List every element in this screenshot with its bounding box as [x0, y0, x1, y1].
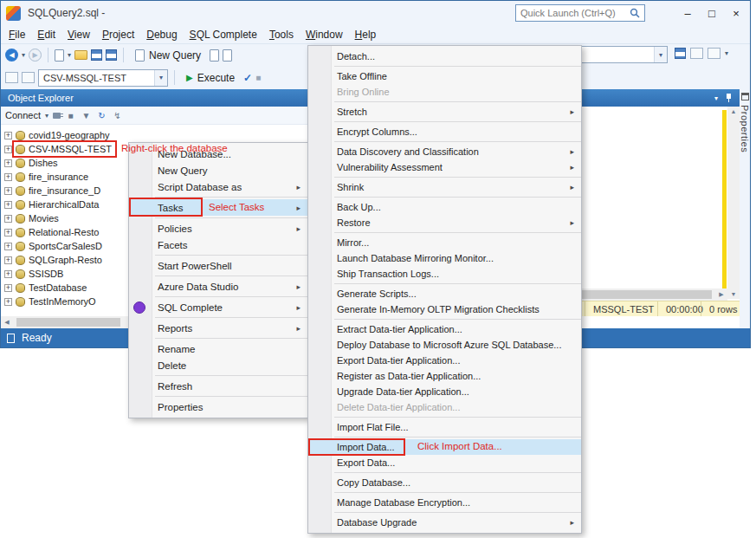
menu-item-azure-data-studio[interactable]: Azure Data Studio▸ — [129, 278, 307, 295]
menu-item-generate-scripts[interactable]: Generate Scripts... — [308, 286, 581, 301]
menu-item-delete[interactable]: Delete — [129, 357, 307, 373]
expand-icon[interactable]: + — [4, 284, 12, 292]
parse-check-icon[interactable]: ✓ — [243, 72, 252, 84]
open-file-icon[interactable] — [74, 50, 87, 60]
menu-item-detach[interactable]: Detach... — [308, 49, 581, 64]
expand-icon[interactable]: + — [4, 243, 12, 250]
maximize-button[interactable]: □ — [700, 1, 724, 25]
menu-item-vulnerability-assessment[interactable]: Vulnerability Assessment▸ — [308, 159, 581, 175]
expand-icon[interactable]: + — [4, 159, 12, 167]
menu-item-export-data[interactable]: Export Data... — [308, 455, 581, 470]
scroll-left-icon[interactable]: ◀ — [1, 319, 13, 326]
menu-window[interactable]: Window — [300, 27, 349, 42]
menu-item-ship-transaction-logs[interactable]: Ship Transaction Logs... — [308, 266, 581, 282]
quick-launch-input[interactable]: Quick Launch (Ctrl+Q) — [515, 4, 645, 22]
expand-icon[interactable]: + — [4, 215, 12, 223]
expand-icon[interactable]: + — [4, 201, 12, 209]
navigate-back-dropdown-icon[interactable]: ▾ — [22, 51, 25, 59]
menu-item-back-up[interactable]: Back Up... — [308, 199, 581, 215]
connect-dropdown-icon[interactable]: ▾ — [45, 112, 48, 120]
menu-item-import-flat-file[interactable]: Import Flat File... — [308, 419, 581, 435]
menu-item-new-query[interactable]: New Query — [129, 162, 307, 178]
toolbar-overflow-icon[interactable]: ▾ — [725, 49, 728, 57]
menu-item-take-offline[interactable]: Take Offline — [308, 68, 581, 84]
save-icon[interactable] — [91, 49, 102, 61]
analysis-query-icon[interactable] — [223, 49, 232, 62]
expand-icon[interactable]: + — [4, 229, 12, 237]
scroll-right-icon[interactable]: ▶ — [715, 291, 727, 298]
menu-item-deploy-to-azure[interactable]: Deploy Database to Microsoft Azure SQL D… — [308, 337, 581, 353]
menu-item-rename[interactable]: Rename — [129, 340, 307, 357]
pin-icon[interactable] — [725, 94, 733, 102]
new-query-button[interactable]: New Query — [130, 48, 206, 63]
available-databases-combo[interactable]: CSV-MSSQL-TEST ▾ — [38, 69, 168, 87]
menu-item-policies[interactable]: Policies▸ — [129, 220, 307, 237]
scroll-up-icon[interactable]: ▲ — [731, 108, 737, 114]
menu-item-import-data[interactable]: Import Data... Click Import Data... — [308, 439, 581, 455]
menu-item-manage-database-encryption[interactable]: Manage Database Encryption... — [308, 495, 581, 510]
available-databases-dropdown-icon[interactable]: ▾ — [154, 70, 167, 86]
menu-item-extract-data-tier[interactable]: Extract Data-tier Application... — [308, 321, 581, 337]
menu-item-stretch[interactable]: Stretch▸ — [308, 104, 581, 120]
toolbar-extra-icon-2[interactable] — [690, 48, 703, 59]
navigate-back-icon[interactable]: ◀ — [5, 49, 18, 62]
menu-debug[interactable]: Debug — [140, 27, 183, 42]
new-file-dropdown-icon[interactable]: ▾ — [68, 51, 71, 59]
menu-tools[interactable]: Tools — [263, 27, 300, 42]
stop-icon[interactable]: ■ — [65, 111, 76, 120]
database-engine-query-icon[interactable] — [210, 49, 219, 62]
menu-item-register-data-tier[interactable]: Register as Data-tier Application... — [308, 368, 581, 384]
script-icon[interactable]: ↯ — [112, 111, 123, 120]
execute-button[interactable]: ▶ Execute — [181, 70, 240, 86]
cancel-query-icon[interactable]: ■ — [255, 73, 261, 82]
scroll-down-icon[interactable]: ▼ — [731, 291, 737, 297]
menu-item-properties[interactable]: Properties — [129, 399, 307, 415]
window-position-icon[interactable]: ▾ — [714, 94, 718, 102]
expand-icon[interactable]: + — [4, 132, 12, 139]
save-all-icon[interactable] — [106, 49, 117, 61]
menu-item-refresh[interactable]: Refresh — [129, 378, 307, 394]
menu-file[interactable]: File — [3, 27, 31, 42]
filter-icon[interactable]: ▼ — [81, 111, 92, 120]
change-connection-icon[interactable] — [22, 72, 35, 83]
menu-item-mirror[interactable]: Mirror... — [308, 235, 581, 250]
toolbar-extra-icon-3[interactable] — [708, 48, 720, 59]
toolbar-combo-dropdown-icon[interactable]: ▾ — [654, 47, 667, 62]
menu-help[interactable]: Help — [349, 27, 383, 42]
menu-item-generate-inmemory-checklists[interactable]: Generate In-Memory OLTP Migration Checkl… — [308, 301, 581, 317]
menu-item-launch-mirroring-monitor[interactable]: Launch Database Mirroring Monitor... — [308, 250, 581, 266]
toolbar-combo[interactable]: ▾ — [576, 46, 668, 63]
menu-view[interactable]: View — [61, 27, 96, 42]
menu-item-tasks[interactable]: Tasks ▸ Select Tasks — [129, 199, 307, 216]
connect-button[interactable]: Connect — [5, 110, 41, 120]
menu-item-export-data-tier[interactable]: Export Data-tier Application... — [308, 353, 581, 368]
menu-edit[interactable]: Edit — [31, 27, 61, 42]
menu-item-restore[interactable]: Restore▸ — [308, 215, 581, 230]
menu-item-database-upgrade[interactable]: Database Upgrade▸ — [308, 515, 581, 530]
expand-icon[interactable]: + — [4, 270, 12, 278]
menu-item-sql-complete[interactable]: SQL Complete▸ — [129, 299, 307, 315]
minimize-button[interactable]: – — [675, 1, 700, 25]
menu-item-upgrade-data-tier[interactable]: Upgrade Data-tier Application... — [308, 384, 581, 399]
menu-item-encrypt-columns[interactable]: Encrypt Columns... — [308, 124, 581, 139]
menu-item-data-discovery[interactable]: Data Discovery and Classification▸ — [308, 144, 581, 159]
menu-project[interactable]: Project — [96, 27, 140, 42]
expand-icon[interactable]: + — [4, 298, 12, 306]
close-button[interactable]: × — [724, 1, 748, 25]
availability-icon[interactable] — [5, 72, 18, 83]
menu-item-script-database-as[interactable]: Script Database as▸ — [129, 178, 307, 195]
new-file-icon[interactable] — [55, 49, 64, 62]
toolbar-extra-icon-1[interactable] — [675, 48, 686, 59]
expand-icon[interactable]: + — [4, 256, 12, 264]
menu-sql-complete[interactable]: SQL Complete — [184, 27, 263, 42]
expand-icon[interactable]: + — [4, 187, 12, 195]
menu-item-facets[interactable]: Facets — [129, 237, 307, 253]
expand-icon[interactable]: + — [4, 173, 12, 181]
refresh-icon[interactable]: ↻ — [96, 111, 107, 120]
navigate-forward-icon[interactable]: ▶ — [29, 49, 42, 62]
menu-item-shrink[interactable]: Shrink▸ — [308, 179, 581, 195]
menu-item-start-powershell[interactable]: Start PowerShell — [129, 257, 307, 274]
editor-vscrollbar[interactable]: ▲ ▼ — [727, 107, 740, 299]
disconnect-icon[interactable] — [53, 113, 61, 119]
menu-item-reports[interactable]: Reports▸ — [129, 320, 307, 336]
